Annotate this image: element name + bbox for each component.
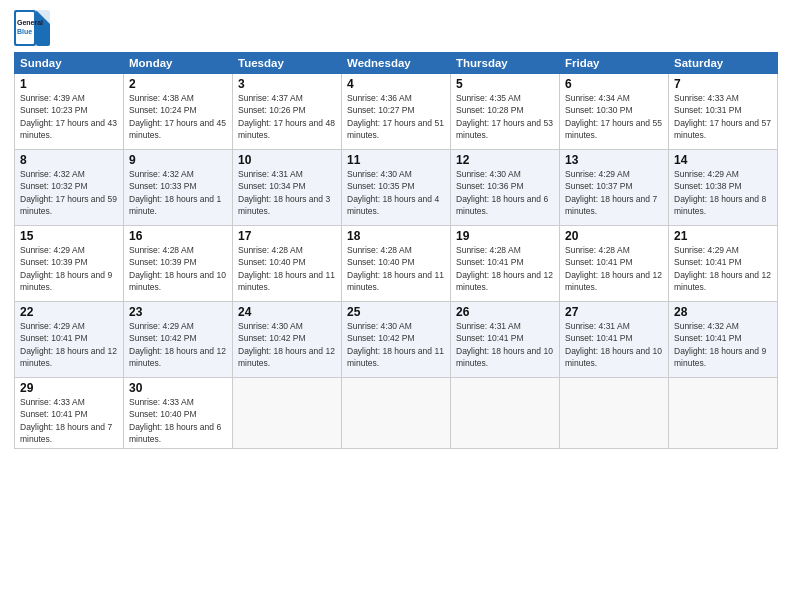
- day-info: Sunrise: 4:30 AM Sunset: 10:36 PM Daylig…: [456, 168, 554, 217]
- calendar-cell: 19 Sunrise: 4:28 AM Sunset: 10:41 PM Day…: [451, 226, 560, 302]
- calendar-cell: 2 Sunrise: 4:38 AM Sunset: 10:24 PM Dayl…: [124, 74, 233, 150]
- sunset-label: Sunset: 10:40 PM: [238, 257, 306, 267]
- col-header-wednesday: Wednesday: [342, 53, 451, 74]
- sunrise-label: Sunrise: 4:33 AM: [674, 93, 739, 103]
- daylight-label: Daylight: 17 hours and 57 minutes.: [674, 118, 771, 140]
- sunset-label: Sunset: 10:34 PM: [238, 181, 306, 191]
- day-info: Sunrise: 4:33 AM Sunset: 10:40 PM Daylig…: [129, 396, 227, 445]
- day-number: 28: [674, 305, 772, 319]
- calendar-cell: 22 Sunrise: 4:29 AM Sunset: 10:41 PM Day…: [15, 302, 124, 378]
- sunset-label: Sunset: 10:38 PM: [674, 181, 742, 191]
- sunset-label: Sunset: 10:40 PM: [347, 257, 415, 267]
- sunset-label: Sunset: 10:30 PM: [565, 105, 633, 115]
- svg-text:General: General: [17, 19, 43, 26]
- day-number: 6: [565, 77, 663, 91]
- calendar-cell: 8 Sunrise: 4:32 AM Sunset: 10:32 PM Dayl…: [15, 150, 124, 226]
- calendar-cell: 4 Sunrise: 4:36 AM Sunset: 10:27 PM Dayl…: [342, 74, 451, 150]
- daylight-label: Daylight: 17 hours and 53 minutes.: [456, 118, 553, 140]
- sunrise-label: Sunrise: 4:28 AM: [129, 245, 194, 255]
- day-info: Sunrise: 4:31 AM Sunset: 10:34 PM Daylig…: [238, 168, 336, 217]
- sunrise-label: Sunrise: 4:30 AM: [238, 321, 303, 331]
- logo-icon: General Blue: [14, 10, 50, 46]
- sunrise-label: Sunrise: 4:33 AM: [129, 397, 194, 407]
- calendar-cell: 25 Sunrise: 4:30 AM Sunset: 10:42 PM Day…: [342, 302, 451, 378]
- sunrise-label: Sunrise: 4:28 AM: [238, 245, 303, 255]
- day-number: 20: [565, 229, 663, 243]
- sunrise-label: Sunrise: 4:34 AM: [565, 93, 630, 103]
- header: General Blue: [14, 10, 778, 46]
- sunrise-label: Sunrise: 4:29 AM: [565, 169, 630, 179]
- sunset-label: Sunset: 10:42 PM: [129, 333, 197, 343]
- calendar-cell: [669, 378, 778, 449]
- sunset-label: Sunset: 10:24 PM: [129, 105, 197, 115]
- day-info: Sunrise: 4:29 AM Sunset: 10:39 PM Daylig…: [20, 244, 118, 293]
- sunset-label: Sunset: 10:42 PM: [347, 333, 415, 343]
- calendar-cell: 15 Sunrise: 4:29 AM Sunset: 10:39 PM Day…: [15, 226, 124, 302]
- day-number: 21: [674, 229, 772, 243]
- day-info: Sunrise: 4:28 AM Sunset: 10:39 PM Daylig…: [129, 244, 227, 293]
- calendar-cell: 16 Sunrise: 4:28 AM Sunset: 10:39 PM Day…: [124, 226, 233, 302]
- day-number: 27: [565, 305, 663, 319]
- day-number: 8: [20, 153, 118, 167]
- calendar-cell: 18 Sunrise: 4:28 AM Sunset: 10:40 PM Day…: [342, 226, 451, 302]
- calendar-cell: 21 Sunrise: 4:29 AM Sunset: 10:41 PM Day…: [669, 226, 778, 302]
- sunset-label: Sunset: 10:41 PM: [20, 409, 88, 419]
- calendar-cell: 28 Sunrise: 4:32 AM Sunset: 10:41 PM Day…: [669, 302, 778, 378]
- sunset-label: Sunset: 10:40 PM: [129, 409, 197, 419]
- day-info: Sunrise: 4:29 AM Sunset: 10:37 PM Daylig…: [565, 168, 663, 217]
- day-info: Sunrise: 4:31 AM Sunset: 10:41 PM Daylig…: [456, 320, 554, 369]
- calendar-table: SundayMondayTuesdayWednesdayThursdayFrid…: [14, 52, 778, 449]
- day-number: 25: [347, 305, 445, 319]
- day-number: 12: [456, 153, 554, 167]
- calendar-week-4: 22 Sunrise: 4:29 AM Sunset: 10:41 PM Day…: [15, 302, 778, 378]
- sunrise-label: Sunrise: 4:31 AM: [565, 321, 630, 331]
- sunset-label: Sunset: 10:32 PM: [20, 181, 88, 191]
- sunrise-label: Sunrise: 4:28 AM: [347, 245, 412, 255]
- calendar-cell: [233, 378, 342, 449]
- calendar-cell: 1 Sunrise: 4:39 AM Sunset: 10:23 PM Dayl…: [15, 74, 124, 150]
- daylight-label: Daylight: 18 hours and 11 minutes.: [347, 346, 444, 368]
- day-number: 18: [347, 229, 445, 243]
- sunrise-label: Sunrise: 4:29 AM: [20, 245, 85, 255]
- calendar-week-1: 1 Sunrise: 4:39 AM Sunset: 10:23 PM Dayl…: [15, 74, 778, 150]
- sunset-label: Sunset: 10:28 PM: [456, 105, 524, 115]
- day-info: Sunrise: 4:32 AM Sunset: 10:33 PM Daylig…: [129, 168, 227, 217]
- sunrise-label: Sunrise: 4:30 AM: [347, 169, 412, 179]
- daylight-label: Daylight: 18 hours and 1 minute.: [129, 194, 221, 216]
- day-info: Sunrise: 4:33 AM Sunset: 10:31 PM Daylig…: [674, 92, 772, 141]
- day-info: Sunrise: 4:28 AM Sunset: 10:41 PM Daylig…: [456, 244, 554, 293]
- daylight-label: Daylight: 18 hours and 12 minutes.: [456, 270, 553, 292]
- page: General Blue SundayMondayTuesdayWednesda…: [0, 0, 792, 612]
- day-number: 1: [20, 77, 118, 91]
- day-number: 30: [129, 381, 227, 395]
- day-number: 19: [456, 229, 554, 243]
- daylight-label: Daylight: 18 hours and 10 minutes.: [129, 270, 226, 292]
- daylight-label: Daylight: 18 hours and 9 minutes.: [674, 346, 766, 368]
- sunset-label: Sunset: 10:41 PM: [565, 257, 633, 267]
- day-number: 2: [129, 77, 227, 91]
- calendar-week-2: 8 Sunrise: 4:32 AM Sunset: 10:32 PM Dayl…: [15, 150, 778, 226]
- sunrise-label: Sunrise: 4:31 AM: [238, 169, 303, 179]
- calendar-cell: 5 Sunrise: 4:35 AM Sunset: 10:28 PM Dayl…: [451, 74, 560, 150]
- sunset-label: Sunset: 10:31 PM: [674, 105, 742, 115]
- calendar-week-5: 29 Sunrise: 4:33 AM Sunset: 10:41 PM Day…: [15, 378, 778, 449]
- sunset-label: Sunset: 10:41 PM: [565, 333, 633, 343]
- day-info: Sunrise: 4:29 AM Sunset: 10:38 PM Daylig…: [674, 168, 772, 217]
- logo: General Blue: [14, 10, 54, 46]
- col-header-thursday: Thursday: [451, 53, 560, 74]
- svg-text:Blue: Blue: [17, 28, 32, 35]
- calendar-cell: 14 Sunrise: 4:29 AM Sunset: 10:38 PM Day…: [669, 150, 778, 226]
- daylight-label: Daylight: 17 hours and 48 minutes.: [238, 118, 335, 140]
- sunrise-label: Sunrise: 4:39 AM: [20, 93, 85, 103]
- day-info: Sunrise: 4:37 AM Sunset: 10:26 PM Daylig…: [238, 92, 336, 141]
- sunrise-label: Sunrise: 4:29 AM: [129, 321, 194, 331]
- day-number: 4: [347, 77, 445, 91]
- daylight-label: Daylight: 18 hours and 6 minutes.: [129, 422, 221, 444]
- sunrise-label: Sunrise: 4:38 AM: [129, 93, 194, 103]
- day-info: Sunrise: 4:28 AM Sunset: 10:40 PM Daylig…: [347, 244, 445, 293]
- sunrise-label: Sunrise: 4:32 AM: [20, 169, 85, 179]
- sunrise-label: Sunrise: 4:33 AM: [20, 397, 85, 407]
- col-header-friday: Friday: [560, 53, 669, 74]
- calendar-cell: 6 Sunrise: 4:34 AM Sunset: 10:30 PM Dayl…: [560, 74, 669, 150]
- sunrise-label: Sunrise: 4:32 AM: [674, 321, 739, 331]
